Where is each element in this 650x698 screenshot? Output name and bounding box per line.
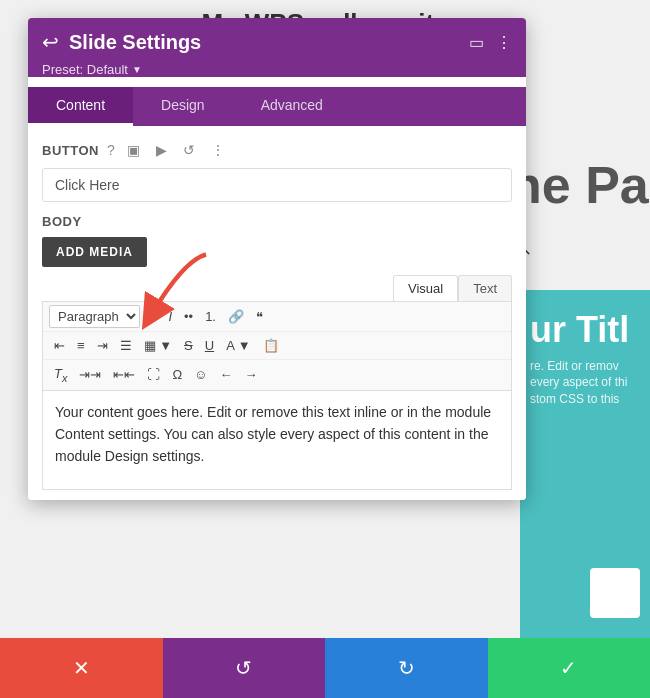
align-center-button[interactable]: ≡ bbox=[72, 335, 90, 356]
panel-title: Slide Settings bbox=[69, 31, 201, 54]
panel-header-top: ↩ Slide Settings ▭ ⋮ bbox=[42, 30, 512, 54]
panel-header: ↩ Slide Settings ▭ ⋮ Preset: Default ▼ bbox=[28, 18, 526, 77]
panel-tabs: Content Design Advanced bbox=[28, 87, 526, 126]
bg-teal-desc: re. Edit or remov every aspect of thi st… bbox=[530, 358, 640, 408]
table-button[interactable]: ▦ ▼ bbox=[139, 335, 177, 356]
tab-content[interactable]: Content bbox=[28, 87, 133, 126]
screenshot-icon[interactable]: ▭ bbox=[469, 33, 484, 52]
paste-button[interactable]: 📋 bbox=[258, 335, 284, 356]
bg-white-btn bbox=[590, 568, 640, 618]
confirm-button[interactable]: ✓ bbox=[488, 638, 651, 698]
align-left-button[interactable]: ⇤ bbox=[49, 335, 70, 356]
preset-selector[interactable]: Preset: Default ▼ bbox=[42, 62, 512, 77]
toolbar-row-3: Tx ⇥⇥ ⇤⇤ ⛶ Ω ☺ ← → bbox=[43, 360, 511, 390]
paragraph-select[interactable]: Paragraph bbox=[49, 305, 140, 328]
panel-header-left: ↩ Slide Settings bbox=[42, 30, 201, 54]
more-section-icon[interactable]: ⋮ bbox=[207, 140, 229, 160]
redo-button[interactable]: ↻ bbox=[325, 638, 488, 698]
unordered-list-button[interactable]: •• bbox=[179, 306, 198, 327]
indent-button[interactable]: ⇥⇥ bbox=[74, 364, 106, 385]
ordered-list-button[interactable]: 1. bbox=[200, 306, 221, 327]
italic-button[interactable]: I bbox=[163, 306, 177, 327]
bg-page-text: ne Pa bbox=[510, 155, 650, 215]
toolbar-undo-button[interactable]: ← bbox=[214, 364, 237, 385]
tab-visual[interactable]: Visual bbox=[393, 275, 458, 301]
mobile-icon[interactable]: ▣ bbox=[123, 140, 144, 160]
toolbar-row-1: Paragraph B I •• 1. 🔗 ❝ bbox=[43, 302, 511, 332]
text-color-button[interactable]: A ▼ bbox=[221, 335, 255, 356]
button-section-header: Button ? ▣ ▶ ↺ ⋮ bbox=[42, 140, 512, 160]
clear-format-button[interactable]: Tx bbox=[49, 363, 72, 387]
editor-content[interactable]: Your content goes here. Edit or remove t… bbox=[42, 390, 512, 490]
cursor-tool-icon[interactable]: ▶ bbox=[152, 140, 171, 160]
align-justify-button[interactable]: ☰ bbox=[115, 335, 137, 356]
toolbar-redo-button[interactable]: → bbox=[239, 364, 262, 385]
confirm-icon: ✓ bbox=[560, 656, 577, 680]
toolbar-row-2: ⇤ ≡ ⇥ ☰ ▦ ▼ S U A ▼ 📋 bbox=[43, 332, 511, 360]
preset-label: Preset: Default bbox=[42, 62, 128, 77]
align-right-button[interactable]: ⇥ bbox=[92, 335, 113, 356]
underline-button[interactable]: U bbox=[200, 335, 219, 356]
cancel-icon: ✕ bbox=[73, 656, 90, 680]
button-label: Button bbox=[42, 143, 99, 158]
blockquote-button[interactable]: ❝ bbox=[251, 306, 268, 327]
back-icon[interactable]: ↩ bbox=[42, 30, 59, 54]
link-button[interactable]: 🔗 bbox=[223, 306, 249, 327]
bottom-bar: ✕ ↺ ↻ ✓ bbox=[0, 638, 650, 698]
slide-settings-panel: ↩ Slide Settings ▭ ⋮ Preset: Default ▼ C… bbox=[28, 18, 526, 500]
bg-teal-title: ur Titl bbox=[530, 310, 640, 350]
special-char-button[interactable]: Ω bbox=[167, 364, 187, 385]
bold-button[interactable]: B bbox=[142, 306, 161, 327]
tab-design[interactable]: Design bbox=[133, 87, 233, 126]
emoji-button[interactable]: ☺ bbox=[189, 364, 212, 385]
outdent-button[interactable]: ⇤⇤ bbox=[108, 364, 140, 385]
panel-body: Button ? ▣ ▶ ↺ ⋮ Body ADD MEDIA Visual T… bbox=[28, 126, 526, 500]
preset-arrow: ▼ bbox=[132, 64, 142, 75]
undo-section-icon[interactable]: ↺ bbox=[179, 140, 199, 160]
body-label: Body bbox=[42, 214, 512, 229]
redo-icon: ↻ bbox=[398, 656, 415, 680]
panel-header-right: ▭ ⋮ bbox=[469, 33, 512, 52]
undo-button[interactable]: ↺ bbox=[163, 638, 326, 698]
editor-toolbar: Paragraph B I •• 1. 🔗 ❝ ⇤ ≡ ⇥ ☰ ▦ ▼ S U … bbox=[42, 301, 512, 390]
cancel-button[interactable]: ✕ bbox=[0, 638, 163, 698]
undo-icon: ↺ bbox=[235, 656, 252, 680]
fullscreen-button[interactable]: ⛶ bbox=[142, 364, 165, 385]
add-media-button[interactable]: ADD MEDIA bbox=[42, 237, 147, 267]
strikethrough-button[interactable]: S bbox=[179, 335, 198, 356]
help-icon[interactable]: ? bbox=[107, 142, 115, 158]
button-text-input[interactable] bbox=[42, 168, 512, 202]
more-options-icon[interactable]: ⋮ bbox=[496, 33, 512, 52]
tab-advanced[interactable]: Advanced bbox=[233, 87, 351, 126]
tab-text[interactable]: Text bbox=[458, 275, 512, 301]
